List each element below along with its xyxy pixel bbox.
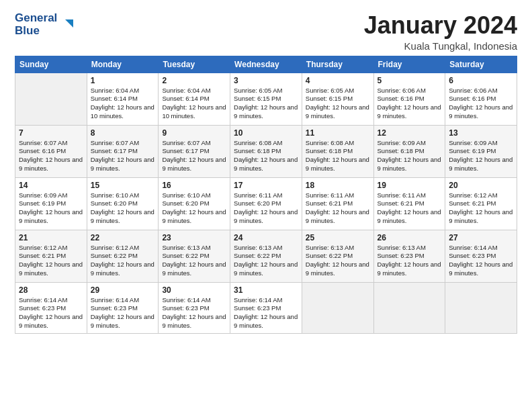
- day-cell: 21Sunrise: 6:12 AMSunset: 6:21 PMDayligh…: [15, 230, 87, 282]
- day-number: 15: [91, 181, 155, 190]
- day-number: 29: [91, 285, 155, 295]
- day-header-sunday: Sunday: [15, 56, 87, 73]
- day-info: Sunrise: 6:08 AMSunset: 6:18 PMDaylight:…: [234, 139, 298, 173]
- day-info: Sunrise: 6:13 AMSunset: 6:22 PMDaylight:…: [162, 244, 226, 278]
- day-number: 16: [162, 181, 226, 190]
- day-cell: 9Sunrise: 6:07 AMSunset: 6:17 PMDaylight…: [159, 125, 230, 177]
- logo: General Blue: [15, 12, 73, 37]
- day-cell: 25Sunrise: 6:13 AMSunset: 6:22 PMDayligh…: [302, 230, 373, 282]
- day-cell: [445, 282, 517, 333]
- day-number: 4: [306, 76, 370, 85]
- day-cell: 1Sunrise: 6:04 AMSunset: 6:14 PMDaylight…: [87, 73, 159, 125]
- day-cell: 5Sunrise: 6:06 AMSunset: 6:16 PMDaylight…: [373, 73, 445, 125]
- day-cell: 31Sunrise: 6:14 AMSunset: 6:23 PMDayligh…: [230, 282, 302, 333]
- week-row-5: 28Sunrise: 6:14 AMSunset: 6:23 PMDayligh…: [15, 282, 517, 333]
- day-number: 5: [378, 76, 442, 85]
- day-cell: 29Sunrise: 6:14 AMSunset: 6:23 PMDayligh…: [87, 282, 159, 333]
- day-info: Sunrise: 6:09 AMSunset: 6:19 PMDaylight:…: [19, 191, 83, 226]
- day-number: 6: [449, 76, 513, 85]
- day-number: 19: [378, 181, 442, 190]
- day-info: Sunrise: 6:07 AMSunset: 6:17 PMDaylight:…: [162, 139, 226, 173]
- day-info: Sunrise: 6:14 AMSunset: 6:23 PMDaylight:…: [449, 244, 513, 278]
- day-header-monday: Monday: [87, 56, 159, 73]
- day-cell: 23Sunrise: 6:13 AMSunset: 6:22 PMDayligh…: [159, 230, 230, 282]
- day-number: 17: [234, 181, 298, 190]
- day-info: Sunrise: 6:13 AMSunset: 6:23 PMDaylight:…: [378, 244, 442, 278]
- day-header-saturday: Saturday: [445, 56, 517, 73]
- day-number: 21: [19, 233, 83, 242]
- day-info: Sunrise: 6:11 AMSunset: 6:21 PMDaylight:…: [306, 191, 370, 226]
- day-info: Sunrise: 6:07 AMSunset: 6:16 PMDaylight:…: [19, 139, 83, 173]
- header-row: SundayMondayTuesdayWednesdayThursdayFrid…: [15, 56, 517, 73]
- day-info: Sunrise: 6:09 AMSunset: 6:18 PMDaylight:…: [378, 139, 442, 173]
- day-cell: 16Sunrise: 6:10 AMSunset: 6:20 PMDayligh…: [159, 177, 230, 230]
- week-row-2: 7Sunrise: 6:07 AMSunset: 6:16 PMDaylight…: [15, 125, 517, 177]
- day-info: Sunrise: 6:12 AMSunset: 6:21 PMDaylight:…: [449, 191, 513, 226]
- day-cell: 22Sunrise: 6:12 AMSunset: 6:22 PMDayligh…: [87, 230, 159, 282]
- day-number: 22: [91, 233, 155, 242]
- logo-text: General Blue: [15, 12, 57, 37]
- day-info: Sunrise: 6:04 AMSunset: 6:14 PMDaylight:…: [162, 87, 226, 121]
- day-info: Sunrise: 6:09 AMSunset: 6:19 PMDaylight:…: [449, 139, 513, 173]
- day-cell: 10Sunrise: 6:08 AMSunset: 6:18 PMDayligh…: [230, 125, 302, 177]
- day-info: Sunrise: 6:14 AMSunset: 6:23 PMDaylight:…: [162, 296, 226, 330]
- day-cell: 28Sunrise: 6:14 AMSunset: 6:23 PMDayligh…: [15, 282, 87, 333]
- day-number: 8: [91, 128, 155, 138]
- day-info: Sunrise: 6:11 AMSunset: 6:20 PMDaylight:…: [234, 191, 298, 226]
- day-number: 11: [306, 128, 370, 138]
- day-cell: 2Sunrise: 6:04 AMSunset: 6:14 PMDaylight…: [159, 73, 230, 125]
- day-info: Sunrise: 6:05 AMSunset: 6:15 PMDaylight:…: [306, 87, 370, 121]
- day-cell: 11Sunrise: 6:08 AMSunset: 6:18 PMDayligh…: [302, 125, 373, 177]
- day-number: 23: [162, 233, 226, 242]
- day-header-friday: Friday: [373, 56, 445, 73]
- day-cell: 30Sunrise: 6:14 AMSunset: 6:23 PMDayligh…: [159, 282, 230, 333]
- day-cell: 24Sunrise: 6:13 AMSunset: 6:22 PMDayligh…: [230, 230, 302, 282]
- day-cell: [15, 73, 87, 125]
- day-cell: 17Sunrise: 6:11 AMSunset: 6:20 PMDayligh…: [230, 177, 302, 230]
- calendar-table: SundayMondayTuesdayWednesdayThursdayFrid…: [15, 56, 517, 334]
- day-info: Sunrise: 6:05 AMSunset: 6:15 PMDaylight:…: [234, 87, 298, 121]
- day-info: Sunrise: 6:06 AMSunset: 6:16 PMDaylight:…: [449, 87, 513, 121]
- day-cell: 20Sunrise: 6:12 AMSunset: 6:21 PMDayligh…: [445, 177, 517, 230]
- day-header-thursday: Thursday: [302, 56, 373, 73]
- day-number: 9: [162, 128, 226, 138]
- week-row-3: 14Sunrise: 6:09 AMSunset: 6:19 PMDayligh…: [15, 177, 517, 230]
- day-cell: 15Sunrise: 6:10 AMSunset: 6:20 PMDayligh…: [87, 177, 159, 230]
- page: General Blue January 2024 Kuala Tungkal,…: [0, 0, 532, 340]
- day-number: 28: [19, 285, 83, 295]
- day-info: Sunrise: 6:12 AMSunset: 6:21 PMDaylight:…: [19, 244, 83, 278]
- day-cell: 12Sunrise: 6:09 AMSunset: 6:18 PMDayligh…: [373, 125, 445, 177]
- day-info: Sunrise: 6:14 AMSunset: 6:23 PMDaylight:…: [19, 296, 83, 330]
- day-cell: 4Sunrise: 6:05 AMSunset: 6:15 PMDaylight…: [302, 73, 373, 125]
- day-number: 14: [19, 181, 83, 190]
- day-info: Sunrise: 6:10 AMSunset: 6:20 PMDaylight:…: [162, 191, 226, 226]
- logo-arrow-icon: [60, 18, 73, 32]
- day-info: Sunrise: 6:13 AMSunset: 6:22 PMDaylight:…: [306, 244, 370, 278]
- day-cell: 6Sunrise: 6:06 AMSunset: 6:16 PMDaylight…: [445, 73, 517, 125]
- day-cell: 14Sunrise: 6:09 AMSunset: 6:19 PMDayligh…: [15, 177, 87, 230]
- day-number: 12: [378, 128, 442, 138]
- day-info: Sunrise: 6:13 AMSunset: 6:22 PMDaylight:…: [234, 244, 298, 278]
- day-info: Sunrise: 6:07 AMSunset: 6:17 PMDaylight:…: [91, 139, 155, 173]
- day-number: 30: [162, 285, 226, 295]
- day-number: 20: [449, 181, 513, 190]
- day-header-wednesday: Wednesday: [230, 56, 302, 73]
- day-number: 10: [234, 128, 298, 138]
- day-cell: 19Sunrise: 6:11 AMSunset: 6:21 PMDayligh…: [373, 177, 445, 230]
- subtitle: Kuala Tungkal, Indonesia: [364, 40, 517, 52]
- day-info: Sunrise: 6:12 AMSunset: 6:22 PMDaylight:…: [91, 244, 155, 278]
- day-info: Sunrise: 6:14 AMSunset: 6:23 PMDaylight:…: [234, 296, 298, 330]
- day-cell: 8Sunrise: 6:07 AMSunset: 6:17 PMDaylight…: [87, 125, 159, 177]
- day-cell: 26Sunrise: 6:13 AMSunset: 6:23 PMDayligh…: [373, 230, 445, 282]
- day-cell: 13Sunrise: 6:09 AMSunset: 6:19 PMDayligh…: [445, 125, 517, 177]
- day-number: 7: [19, 128, 83, 138]
- day-info: Sunrise: 6:04 AMSunset: 6:14 PMDaylight:…: [91, 87, 155, 121]
- day-info: Sunrise: 6:10 AMSunset: 6:20 PMDaylight:…: [91, 191, 155, 226]
- title-block: January 2024 Kuala Tungkal, Indonesia: [364, 12, 517, 52]
- day-info: Sunrise: 6:11 AMSunset: 6:21 PMDaylight:…: [378, 191, 442, 226]
- svg-marker-0: [65, 19, 73, 28]
- day-number: 26: [378, 233, 442, 242]
- day-info: Sunrise: 6:14 AMSunset: 6:23 PMDaylight:…: [91, 296, 155, 330]
- day-cell: 7Sunrise: 6:07 AMSunset: 6:16 PMDaylight…: [15, 125, 87, 177]
- day-number: 13: [449, 128, 513, 138]
